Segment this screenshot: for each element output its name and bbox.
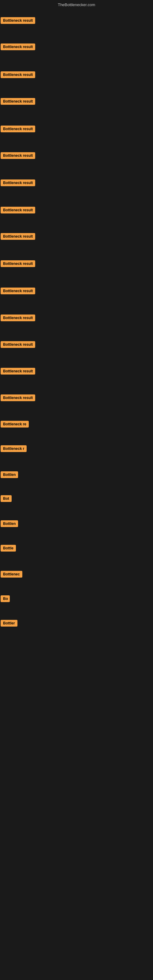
bottleneck-item: Bottleneck result <box>1 17 35 25</box>
bottleneck-item: Bottleneck result <box>1 368 35 376</box>
bottleneck-item: Bottleneck result <box>1 260 35 268</box>
bottleneck-badge[interactable]: Bottleneck result <box>1 17 35 24</box>
bottleneck-item: Bot <box>1 495 12 503</box>
bottleneck-item: Bottleneck r <box>1 445 27 453</box>
bottleneck-badge[interactable]: Bottleneck result <box>1 98 35 105</box>
bottleneck-item: Bottle <box>1 545 16 553</box>
bottleneck-badge[interactable]: Bottleneck result <box>1 233 35 240</box>
bottleneck-badge[interactable]: Bottleneck result <box>1 315 35 321</box>
bottleneck-item: Bottleneck result <box>1 288 35 296</box>
bottleneck-item: Bottlen <box>1 520 18 528</box>
site-header: TheBottlenecker.com <box>0 0 153 8</box>
bottleneck-badge[interactable]: Bottleneck result <box>1 368 35 375</box>
bottleneck-badge[interactable]: Bottle <box>1 545 16 552</box>
bottleneck-badge[interactable]: Bo <box>1 595 10 602</box>
bottleneck-item: Bottlen <box>1 471 18 479</box>
bottleneck-badge[interactable]: Bottleneck result <box>1 207 35 213</box>
bottleneck-item: Bo <box>1 595 10 603</box>
bottleneck-badge[interactable]: Bottleneck re <box>1 421 29 428</box>
bottleneck-item: Bottlenec <box>1 571 22 579</box>
bottleneck-badge[interactable]: Bottlen <box>1 471 18 478</box>
bottleneck-badge[interactable]: Bottler <box>1 620 18 627</box>
bottleneck-item: Bottleneck result <box>1 152 35 160</box>
bottleneck-item: Bottleneck result <box>1 43 35 51</box>
bottleneck-badge[interactable]: Bottleneck r <box>1 445 27 452</box>
bottleneck-item: Bottleneck result <box>1 207 35 215</box>
bottleneck-badge[interactable]: Bottleneck result <box>1 341 35 348</box>
items-container: Bottleneck resultBottleneck resultBottle… <box>0 8 153 659</box>
bottleneck-badge[interactable]: Bottleneck result <box>1 395 35 401</box>
bottleneck-badge[interactable]: Bottleneck result <box>1 126 35 132</box>
bottleneck-badge[interactable]: Bottleneck result <box>1 260 35 267</box>
bottleneck-item: Bottleneck result <box>1 395 35 402</box>
bottleneck-badge[interactable]: Bottleneck result <box>1 43 35 50</box>
bottleneck-item: Bottleneck result <box>1 315 35 323</box>
bottleneck-item: Bottleneck result <box>1 233 35 241</box>
page-container: TheBottlenecker.com Bottleneck resultBot… <box>0 0 153 980</box>
bottleneck-badge[interactable]: Bot <box>1 495 12 502</box>
bottleneck-item: Bottler <box>1 620 18 628</box>
bottleneck-item: Bottleneck result <box>1 98 35 106</box>
bottleneck-badge[interactable]: Bottleneck result <box>1 180 35 186</box>
site-title: TheBottlenecker.com <box>58 2 95 7</box>
bottleneck-badge[interactable]: Bottleneck result <box>1 152 35 159</box>
bottleneck-item: Bottleneck result <box>1 341 35 349</box>
bottleneck-item: Bottleneck result <box>1 72 35 79</box>
bottleneck-item: Bottleneck result <box>1 180 35 188</box>
bottleneck-badge[interactable]: Bottlen <box>1 520 18 527</box>
bottleneck-item: Bottleneck re <box>1 421 29 429</box>
bottleneck-badge[interactable]: Bottleneck result <box>1 72 35 78</box>
bottleneck-badge[interactable]: Bottlenec <box>1 571 22 578</box>
bottleneck-badge[interactable]: Bottleneck result <box>1 288 35 294</box>
bottleneck-item: Bottleneck result <box>1 126 35 134</box>
